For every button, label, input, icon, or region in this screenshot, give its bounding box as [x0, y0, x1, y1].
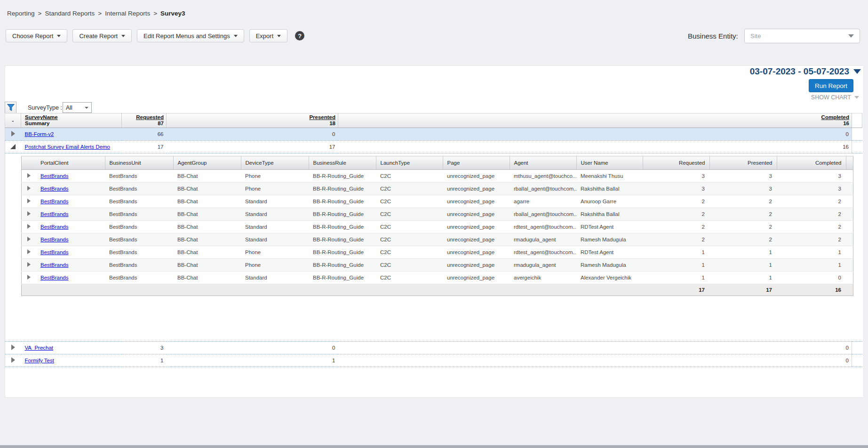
export-button[interactable]: Export [249, 29, 288, 42]
portal-client-link[interactable]: BestBrands [40, 275, 68, 280]
surveyname-sort-link[interactable]: SurveyName [25, 114, 121, 120]
device-type-cell: Phone [241, 246, 309, 259]
requested-value: 1 [643, 246, 709, 259]
requested-footer-total: 17 [643, 284, 709, 296]
completed-value: 1 [777, 259, 846, 272]
portal-client-link[interactable]: BestBrands [40, 262, 68, 268]
portal-client-link[interactable]: BestBrands [40, 224, 68, 230]
collapse-all-control[interactable]: - [5, 113, 21, 128]
expand-cell[interactable] [21, 183, 36, 195]
expand-cell[interactable] [21, 246, 36, 259]
expand-icon[interactable] [27, 275, 31, 280]
launch-type-cell: C2C [376, 272, 443, 284]
business-rule-cell: BB-R-Routing_Guide [309, 208, 376, 221]
expand-cell[interactable] [21, 221, 36, 233]
expand-cell[interactable] [21, 259, 36, 272]
requested-value: 2 [643, 195, 709, 208]
launch-type-cell: C2C [376, 208, 443, 221]
requested-value: 3 [643, 170, 709, 183]
business-entity-select[interactable]: Site [744, 29, 860, 43]
expand-cell[interactable] [21, 208, 36, 221]
detail-row: BestBrands BestBrands BB-Chat Phone BB-R… [21, 259, 853, 272]
expand-icon[interactable] [27, 249, 31, 254]
detail-row: BestBrands BestBrands BB-Chat Standard B… [21, 233, 853, 246]
survey-link[interactable]: BB-Form-v2 [25, 131, 54, 137]
expand-icon[interactable] [27, 211, 31, 216]
page-cell: unrecognized_page [443, 195, 510, 208]
spacer-cell [846, 259, 853, 272]
survey-type-select[interactable]: All [63, 102, 92, 113]
run-report-button[interactable]: Run Report [809, 79, 853, 92]
business-rule-cell: BB-R-Routing_Guide [309, 272, 376, 284]
expand-cell[interactable] [21, 272, 36, 284]
breadcrumb-link-standard-reports[interactable]: Standard Reports [45, 10, 95, 17]
breadcrumb-link-reporting[interactable]: Reporting [7, 10, 35, 17]
expand-icon[interactable] [27, 262, 31, 267]
expand-cell[interactable] [5, 354, 21, 367]
column-header-presented[interactable]: Presented 18 [167, 113, 338, 128]
help-icon[interactable]: ? [295, 31, 304, 40]
spacer-cell [852, 342, 862, 354]
portal-client-link[interactable]: BestBrands [40, 199, 68, 204]
choose-report-label: Choose Report [12, 32, 53, 40]
window-bottom-edge [0, 445, 868, 448]
collapse-cell[interactable] [5, 141, 21, 153]
spacer-cell [846, 195, 853, 208]
survey-link[interactable]: Formify Test [25, 358, 54, 363]
filter-button[interactable] [5, 102, 16, 113]
expand-icon[interactable] [11, 131, 15, 136]
choose-report-button[interactable]: Choose Report [6, 29, 67, 42]
expand-cell[interactable] [5, 128, 21, 141]
completed-sort-link[interactable]: Completed [338, 114, 849, 120]
expand-icon[interactable] [27, 199, 31, 203]
presented-value: 2 [709, 195, 777, 208]
portal-client-link[interactable]: BestBrands [40, 173, 68, 179]
toolbar: Choose Report Create Report Edit Report … [6, 29, 304, 42]
business-rule-cell: BB-R-Routing_Guide [309, 246, 376, 259]
survey-link[interactable]: Postchat Survey Email Alerts Demo [25, 144, 111, 150]
expand-icon[interactable] [27, 173, 31, 178]
portal-client-link[interactable]: BestBrands [40, 249, 68, 255]
expand-cell[interactable] [21, 170, 36, 183]
business-rule-cell: BB-R-Routing_Guide [309, 195, 376, 208]
portal-client-link[interactable]: BestBrands [40, 186, 68, 192]
expand-icon[interactable] [11, 344, 15, 350]
expand-icon[interactable] [27, 224, 31, 229]
portal-client-link[interactable]: BestBrands [40, 237, 68, 242]
breadcrumb-link-internal-reports[interactable]: Internal Reports [105, 10, 150, 17]
summary-grid: - SurveyName Summary Requested 87 Presen… [5, 113, 862, 367]
export-label: Export [256, 32, 274, 40]
agent-group-cell: BB-Chat [173, 183, 241, 195]
completed-value: 1 [777, 246, 846, 259]
expand-cell[interactable] [21, 233, 36, 246]
expand-cell[interactable] [5, 342, 21, 354]
column-header-requested[interactable]: Requested 87 [122, 113, 167, 128]
survey-link[interactable]: VA_Prechat [25, 345, 54, 351]
collapse-icon[interactable] [10, 144, 16, 149]
caret-down-icon [85, 107, 88, 109]
column-header-surveyname[interactable]: SurveyName Summary [21, 113, 122, 128]
expand-cell[interactable] [21, 195, 36, 208]
expand-icon[interactable] [11, 357, 15, 363]
edit-report-menus-button[interactable]: Edit Report Menus and Settings [137, 29, 244, 42]
presented-sort-link[interactable]: Presented [167, 114, 335, 120]
portal-client-link[interactable]: BestBrands [40, 211, 68, 217]
column-header-completed[interactable]: Completed 16 [338, 113, 852, 128]
spacer-cell [846, 272, 853, 284]
requested-sort-link[interactable]: Requested [122, 114, 164, 120]
detail-row: BestBrands BestBrands BB-Chat Phone BB-R… [21, 170, 853, 183]
create-report-button[interactable]: Create Report [72, 29, 132, 42]
date-range-selector[interactable]: 03-07-2023 - 05-07-2023 [750, 66, 861, 77]
business-rule-cell: BB-R-Routing_Guide [309, 183, 376, 195]
device-type-cell: Standard [241, 195, 309, 208]
completed-value: 0 [338, 342, 852, 354]
expand-icon[interactable] [27, 186, 31, 191]
show-chart-toggle[interactable]: SHOW CHART [811, 94, 859, 101]
spacer-header-cell [852, 113, 862, 128]
completed-value: 0 [338, 354, 852, 367]
expand-icon[interactable] [27, 237, 31, 241]
launch-type-cell: C2C [376, 246, 443, 259]
edit-report-menus-label: Edit Report Menus and Settings [143, 32, 230, 40]
footer-empty-cell [21, 284, 643, 296]
business-entity-placeholder: Site [750, 32, 761, 40]
